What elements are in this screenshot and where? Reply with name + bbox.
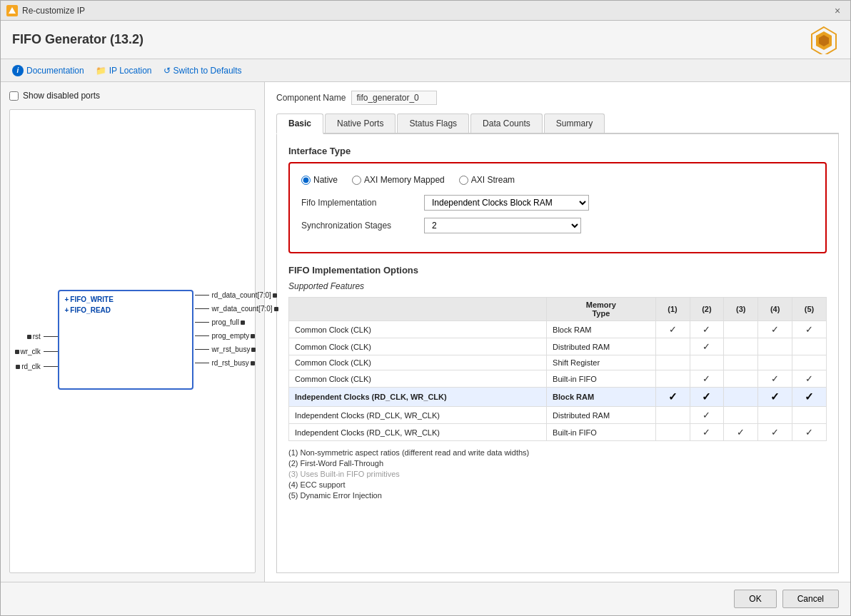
td-4-2: ✓ [690, 370, 724, 388]
td-memory-7: Built-in FIFO [547, 424, 656, 441]
window-title: Re-customize IP [22, 6, 85, 16]
show-disabled-label[interactable]: Show disabled ports [23, 91, 100, 101]
plus-icon: + [65, 296, 69, 303]
show-disabled-row: Show disabled ports [9, 91, 256, 101]
tab-status-flags[interactable]: Status Flags [397, 113, 469, 133]
component-name-row: Component Name fifo_generator_0 [276, 91, 839, 105]
switch-defaults-label: Switch to Defaults [173, 66, 242, 76]
td-2-5 [792, 338, 827, 355]
table-row: Common Clock (CLK) Distributed RAM ✓ [289, 338, 827, 355]
fifo-implementation-row: Fifo Implementation Common Clock Block R… [301, 195, 814, 211]
radio-axi-stream[interactable]: AXI Stream [459, 175, 515, 185]
close-button[interactable]: × [830, 4, 845, 18]
info-icon: i [12, 65, 24, 76]
radio-axi-memory-input[interactable] [352, 176, 361, 185]
th-col4: (4) [758, 298, 792, 321]
bottom-bar: OK Cancel [1, 582, 850, 615]
td-1-4: ✓ [758, 321, 792, 338]
footnote-5: (5) Dynamic Error Injection [288, 491, 827, 500]
ok-button[interactable]: OK [734, 590, 776, 608]
th-col2: (2) [690, 298, 724, 321]
fifo-write-label: + FIFO_WRITE [65, 296, 186, 303]
td-3-4 [758, 355, 792, 370]
title-bar-left: Re-customize IP [6, 5, 85, 16]
show-disabled-checkbox[interactable] [9, 91, 19, 101]
radio-axi-stream-input[interactable] [459, 176, 468, 185]
left-sidebar: Show disabled ports + FIFO_WRITE [1, 82, 265, 582]
th-col1: (1) [655, 298, 690, 321]
tab-summary[interactable]: Summary [544, 113, 605, 133]
th-clock [289, 298, 547, 321]
radio-native-label: Native [313, 175, 338, 185]
features-table: MemoryType (1) (2) (3) (4) (5) Co [288, 297, 827, 441]
td-6-1 [655, 407, 690, 424]
content-area: Show disabled ports + FIFO_WRITE [1, 82, 850, 582]
td-7-1 [655, 424, 690, 441]
td-1-1: ✓ [655, 321, 690, 338]
td-memory-2: Distributed RAM [547, 338, 656, 355]
tab-native-ports[interactable]: Native Ports [325, 113, 396, 133]
td-3-2 [690, 355, 724, 370]
td-3-3 [724, 355, 758, 370]
td-clock-3: Common Clock (CLK) [289, 355, 547, 370]
documentation-button[interactable]: i Documentation [12, 65, 84, 76]
td-4-1 [655, 370, 690, 388]
td-2-2: ✓ [690, 338, 724, 355]
table-row: Independent Clocks (RD_CLK, WR_CLK) Dist… [289, 407, 827, 424]
th-col3: (3) [724, 298, 758, 321]
footnote-2: (2) First-Word Fall-Through [288, 459, 827, 468]
radio-axi-memory[interactable]: AXI Memory Mapped [352, 175, 445, 185]
td-clock-2: Common Clock (CLK) [289, 338, 547, 355]
svg-marker-0 [9, 7, 16, 14]
td-memory-6: Distributed RAM [547, 407, 656, 424]
right-panel: Component Name fifo_generator_0 Basic Na… [265, 82, 850, 582]
port-wr-data-count: wr_data_count[7:0] [195, 305, 278, 313]
refresh-icon: ↺ [163, 66, 171, 76]
td-1-2: ✓ [690, 321, 724, 338]
td-6-2: ✓ [690, 407, 724, 424]
ip-location-button[interactable]: 📁 IP Location [96, 66, 152, 76]
fifo-implementation-select[interactable]: Common Clock Block RAM Common Clock Dist… [424, 195, 589, 211]
radio-group-interface: Native AXI Memory Mapped AXI Stream [301, 175, 814, 185]
sync-stages-select[interactable]: 2 3 4 [424, 218, 581, 233]
td-clock-5: Independent Clocks (RD_CLK, WR_CLK) [289, 388, 547, 407]
td-4-4: ✓ [758, 370, 792, 388]
td-2-4 [758, 338, 792, 355]
tab-data-counts[interactable]: Data Counts [470, 113, 543, 133]
td-clock-6: Independent Clocks (RD_CLK, WR_CLK) [289, 407, 547, 424]
fifo-options-title: FIFO Implementation Options [288, 265, 827, 276]
td-4-3 [724, 370, 758, 388]
toolbar: i Documentation 📁 IP Location ↺ Switch t… [1, 59, 850, 82]
component-name-label: Component Name [276, 93, 346, 103]
td-clock-4: Common Clock (CLK) [289, 370, 547, 388]
footnote-3: (3) Uses Built-in FIFO primitives [288, 470, 827, 478]
radio-native[interactable]: Native [301, 175, 338, 185]
interface-box: Native AXI Memory Mapped AXI Stream [288, 162, 827, 253]
tab-basic[interactable]: Basic [276, 113, 323, 134]
td-7-2: ✓ [690, 424, 724, 441]
fifo-impl-label: Fifo Implementation [301, 198, 416, 208]
table-row: Independent Clocks (RD_CLK, WR_CLK) Buil… [289, 424, 827, 441]
td-2-1 [655, 338, 690, 355]
left-ports: rst wr_clk rd_clk [15, 333, 58, 370]
td-1-3 [724, 321, 758, 338]
cancel-button[interactable]: Cancel [782, 590, 839, 608]
port-rst: rst [15, 333, 58, 340]
plus-icon-2: + [65, 306, 69, 314]
radio-axi-memory-label: AXI Memory Mapped [364, 175, 445, 185]
td-3-1 [655, 355, 690, 370]
interface-type-title: Interface Type [288, 146, 827, 156]
component-name-value: fifo_generator_0 [351, 91, 437, 105]
radio-native-input[interactable] [301, 176, 311, 185]
td-4-5: ✓ [792, 370, 827, 388]
td-5-5: ✓ [792, 388, 827, 407]
title-bar: Re-customize IP × [1, 1, 850, 21]
td-5-4: ✓ [758, 388, 792, 407]
td-7-4: ✓ [758, 424, 792, 441]
fifo-read-label: + FIFO_READ [65, 306, 186, 314]
td-7-3: ✓ [724, 424, 758, 441]
footnote-4: (4) ECC support [288, 480, 827, 489]
fifo-options-section: FIFO Implementation Options Supported Fe… [288, 265, 827, 500]
table-row: Common Clock (CLK) Shift Register [289, 355, 827, 370]
switch-defaults-button[interactable]: ↺ Switch to Defaults [163, 66, 242, 76]
